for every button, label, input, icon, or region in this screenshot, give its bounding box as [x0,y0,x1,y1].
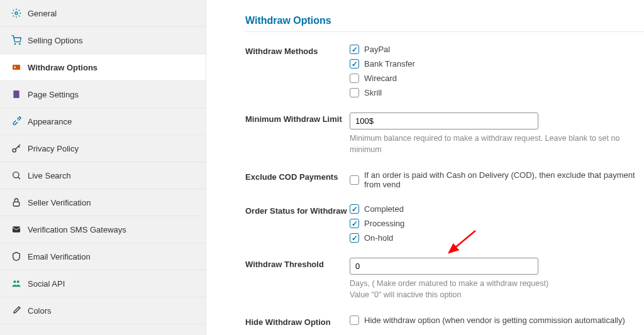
field-order-status: Order Status for Withdraw Completed Proc… [245,204,644,243]
shield-icon [11,251,21,261]
sidebar: General Selling Options Withdraw Options… [0,0,206,335]
checkbox-bank-transfer[interactable]: Bank Transfer [350,59,644,69]
main-content: Withdraw Options Withdraw Methods PayPal… [206,0,644,335]
field-withdraw-methods: Withdraw Methods PayPal Bank Transfer Wi… [245,45,644,97]
field-label: Exclude COD Payments [245,170,350,182]
sidebar-item-page-settings[interactable]: Page Settings [0,81,206,108]
svg-point-0 [15,12,18,14]
checkbox-icon [350,45,359,54]
section-divider [245,31,644,32]
field-label: Order Status for Withdraw [245,204,350,216]
field-label: Withdraw Threshold [245,258,350,269]
svg-point-6 [13,149,16,152]
sidebar-item-label: Appearance [28,117,72,126]
field-hide-option: Hide Withdraw Option Hide withdraw optio… [245,316,644,327]
users-icon [11,278,21,288]
svg-rect-5 [13,91,19,98]
svg-point-1 [14,43,15,44]
help-text: Minimum balance required to make a withd… [350,133,644,155]
checkbox-icon [350,88,359,97]
checkbox-label: Completed [364,204,404,214]
sidebar-item-label: Privacy Policy [28,144,79,153]
checkbox-paypal[interactable]: PayPal [350,45,644,54]
threshold-input[interactable] [350,258,538,275]
sidebar-item-selling-options[interactable]: Selling Options [0,27,206,54]
sidebar-item-label: Withdraw Options [28,63,97,72]
checkbox-onhold[interactable]: On-hold [350,233,644,243]
sidebar-item-live-search[interactable]: Live Search [0,162,206,189]
sidebar-item-privacy-policy[interactable]: Privacy Policy [0,135,206,162]
sidebar-item-seller-verification[interactable]: Seller Verification [0,189,206,216]
cart-icon [11,35,21,45]
checkbox-skrill[interactable]: Skrill [350,88,644,97]
svg-point-10 [13,280,16,283]
checkbox-exclude-cod[interactable]: If an order is paid with Cash on Deliver… [350,170,644,189]
sidebar-item-label: Page Settings [28,90,79,99]
svg-rect-8 [13,202,19,206]
gear-icon [11,8,21,18]
page-icon [11,89,21,99]
sidebar-item-label: General [28,9,57,18]
sidebar-item-label: Verification SMS Gateways [28,225,126,234]
checkbox-wirecard[interactable]: Wirecard [350,74,644,83]
search-icon [11,170,21,180]
checkbox-label: PayPal [364,45,390,54]
section-title: Withdraw Options [245,15,644,26]
checkbox-label: Wirecard [364,74,397,83]
sidebar-item-label: Selling Options [28,36,82,45]
withdraw-icon [11,62,21,72]
sidebar-item-label: Social API [28,279,65,288]
checkbox-icon [350,74,359,83]
checkbox-label: Hide withdraw option (when vendor is get… [364,316,625,325]
sidebar-item-label: Colors [28,306,52,316]
checkbox-completed[interactable]: Completed [350,204,644,214]
sidebar-item-colors[interactable]: Colors [0,297,206,324]
field-label: Hide Withdraw Option [245,316,350,327]
checkbox-icon [350,316,359,325]
svg-rect-4 [14,67,16,69]
checkbox-processing[interactable]: Processing [350,219,644,228]
checkbox-label: Skrill [364,88,382,97]
paintbrush-icon [11,305,21,316]
brush-icon [11,116,21,126]
sidebar-item-label: Email Verification [28,252,91,261]
lock-icon [11,197,21,207]
svg-point-2 [19,43,20,44]
field-exclude-cod: Exclude COD Payments If an order is paid… [245,170,644,189]
help-text: Days, ( Make order matured to make a wit… [350,278,644,300]
sidebar-item-label: Seller Verification [28,198,91,207]
min-limit-input[interactable] [350,113,538,129]
checkbox-icon [350,219,359,228]
envelope-icon [11,224,21,234]
checkbox-hide-option[interactable]: Hide withdraw option (when vendor is get… [350,316,644,325]
svg-point-7 [13,172,19,178]
checkbox-icon [350,59,359,69]
svg-rect-9 [13,226,20,232]
field-min-limit: Minimum Withdraw Limit Minimum balance r… [245,113,644,155]
checkbox-label: On-hold [364,233,393,243]
sidebar-item-label: Live Search [28,171,71,180]
checkbox-label: Processing [364,219,404,228]
field-label: Withdraw Methods [245,45,350,56]
sidebar-item-appearance[interactable]: Appearance [0,108,206,135]
field-label: Minimum Withdraw Limit [245,113,350,124]
checkbox-icon [350,175,359,185]
sidebar-item-social-api[interactable]: Social API [0,270,206,297]
svg-point-11 [17,280,19,283]
field-threshold: Withdraw Threshold Days, ( Make order ma… [245,258,644,300]
checkbox-label: Bank Transfer [364,59,415,69]
checkbox-label: If an order is paid with Cash on Deliver… [364,170,644,189]
sidebar-item-withdraw-options[interactable]: Withdraw Options [0,54,206,81]
sidebar-item-email-verification[interactable]: Email Verification [0,243,206,270]
checkbox-icon [350,233,359,243]
sidebar-item-general[interactable]: General [0,0,206,27]
key-icon [11,143,21,153]
svg-rect-3 [13,65,20,70]
checkbox-icon [350,204,359,214]
sidebar-item-verification-sms[interactable]: Verification SMS Gateways [0,216,206,243]
